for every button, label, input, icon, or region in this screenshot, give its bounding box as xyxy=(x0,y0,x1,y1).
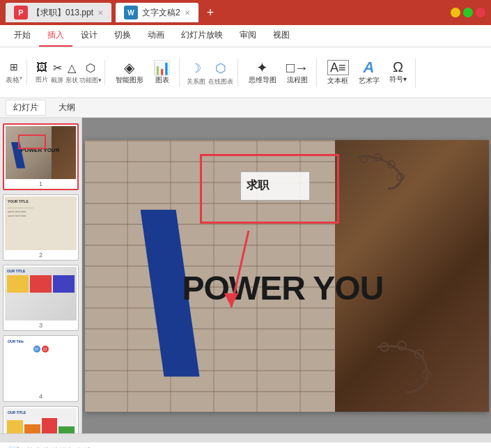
slide-num-4: 4 xyxy=(5,393,77,400)
view-row: 幻灯片 大纲 xyxy=(0,98,491,118)
chart-label: 图表 xyxy=(155,75,169,85)
textbox-icon: A≡ xyxy=(327,60,349,75)
tab-ppt-label: 【求职】013.ppt xyxy=(32,7,93,19)
table-label: 表格* xyxy=(6,75,22,85)
ribbon: 开始 插入 设计 切换 动画 幻灯片放映 审阅 视图 ⊞ 表格* 🖼 图 xyxy=(0,25,491,98)
flowchart-icon: □→ xyxy=(286,61,309,75)
slide-canvas: POWER YOU 求职 xyxy=(85,140,489,412)
slide-thumb-2[interactable]: YOUR TITLE ─────────────some text hereso… xyxy=(3,194,79,261)
slide-thumb-inner-1: POWER YOUR xyxy=(6,126,76,179)
chart-icon: 📊 xyxy=(153,61,171,75)
ribbon-btn-mindmap[interactable]: ✦ 思维导图 xyxy=(245,59,280,87)
chain-decoration-bottom xyxy=(364,340,433,398)
smartshape-label: 智能图形 xyxy=(116,75,143,85)
slide-thumb-inner-5: OUR TITLE xyxy=(5,408,77,434)
smartshape-icon: ◈ xyxy=(124,61,134,75)
ribbon-btn-table-icon[interactable]: ⊞ xyxy=(8,60,20,74)
ribbon-tab-animation[interactable]: 动画 xyxy=(139,25,173,47)
ribbon-tab-start[interactable]: 开始 xyxy=(6,25,39,47)
ribbon-content: ⊞ 表格* 🖼 图片 ✂ 截屏 xyxy=(0,47,491,98)
new-tab-button[interactable]: + xyxy=(203,6,219,20)
slide-thumb-5[interactable]: OUR TITLE 5 xyxy=(3,406,79,434)
main-area: POWER YOUR 1 YOUR TITLE ─────────────som… xyxy=(0,118,491,433)
ribbon-btn-relation[interactable]: ☽ xyxy=(188,59,203,77)
tab-doc[interactable]: W 文字文稿2 ✕ xyxy=(116,3,198,22)
slide-num-2: 2 xyxy=(5,252,77,258)
ribbon-btn-shape[interactable]: △ xyxy=(65,60,78,76)
title-bar: P 【求职】013.ppt ✕ W 文字文稿2 ✕ + xyxy=(0,0,491,25)
relation-label: 关系图 xyxy=(187,77,205,86)
onlinechart-label: 在线图表 xyxy=(208,77,233,86)
ribbon-btn-screenshot[interactable]: ✂ xyxy=(51,60,64,76)
ribbon-btn-onlinechart[interactable]: ⬡ xyxy=(213,59,228,77)
ribbon-tab-view[interactable]: 视图 xyxy=(265,25,298,47)
ribbon-btn-flowchart[interactable]: □→ 流程图 xyxy=(283,59,312,87)
slide-thumb-inner-2: YOUR TITLE ─────────────some text hereso… xyxy=(5,196,77,250)
horizontal-scrollbar[interactable] xyxy=(0,433,491,442)
chain-decoration-top xyxy=(350,150,405,194)
title-bar-tabs: P 【求职】013.ppt ✕ W 文字文稿2 ✕ + xyxy=(6,3,445,22)
funcmap-label: 功能图▾ xyxy=(79,76,102,85)
ribbon-tab-transition[interactable]: 切换 xyxy=(106,25,139,47)
slide-thumb-inner-3: OUR TITLE xyxy=(5,267,77,320)
maximize-button[interactable] xyxy=(463,8,473,17)
mindmap-icon: ✦ xyxy=(256,61,268,75)
ribbon-tabs: 开始 插入 设计 切换 动画 幻灯片放映 审阅 视图 xyxy=(0,25,491,47)
slide-thumb-1[interactable]: POWER YOUR 1 xyxy=(3,123,79,190)
mindmap-label: 思维导图 xyxy=(249,75,276,85)
ribbon-btn-wordart[interactable]: A 艺术字 xyxy=(355,58,383,88)
slide-thumb-inner-4: OUR Title 90 23 xyxy=(5,337,77,391)
tab-ppt-close[interactable]: ✕ xyxy=(98,9,103,17)
ribbon-btn-textbox[interactable]: A≡ 文本框 xyxy=(324,58,352,88)
flowchart-label: 流程图 xyxy=(287,75,308,85)
tab-doc-close[interactable]: ✕ xyxy=(185,9,190,17)
svg-marker-9 xyxy=(224,293,238,307)
window-controls xyxy=(451,8,485,17)
tab-ppt[interactable]: P 【求职】013.ppt ✕ xyxy=(6,3,111,22)
slide-thumb-4[interactable]: OUR Title 90 23 4 xyxy=(3,335,79,401)
slide-num-3: 3 xyxy=(5,322,77,329)
wps-ppt-logo: P xyxy=(14,6,28,20)
text-box-content: 求职 xyxy=(247,178,269,193)
ribbon-btn-image[interactable]: 🖼 xyxy=(34,60,49,75)
slide-num-1: 1 xyxy=(6,180,76,187)
ribbon-btn-smartshape[interactable]: ◈ 智能图形 xyxy=(112,59,147,87)
view-outline[interactable]: 大纲 xyxy=(52,100,82,115)
textbox-label: 文本框 xyxy=(327,76,348,86)
wordart-icon: A xyxy=(364,60,375,75)
text-box[interactable]: 求职 xyxy=(240,171,310,201)
wps-doc-logo: W xyxy=(124,6,138,20)
slide-panel[interactable]: POWER YOUR 1 YOUR TITLE ─────────────som… xyxy=(0,118,82,433)
ribbon-btn-symbol[interactable]: Ω 符号▾ xyxy=(386,58,411,88)
ribbon-btn-funcmap[interactable]: ⬡ xyxy=(84,60,98,76)
view-slides[interactable]: 幻灯片 xyxy=(6,100,46,116)
shape-label: 形状 xyxy=(65,76,78,85)
slide-thumb-3[interactable]: OUR TITLE 3 xyxy=(3,265,79,331)
tab-doc-label: 文字文稿2 xyxy=(142,7,180,19)
symbol-label: 符号▾ xyxy=(389,75,407,84)
red-selection-box: 求职 xyxy=(200,154,339,224)
ribbon-btn-chart[interactable]: 📊 图表 xyxy=(150,59,175,87)
ribbon-tab-design[interactable]: 设计 xyxy=(72,25,106,47)
notes-bar: 📝 单击此处添加备注 xyxy=(0,442,491,448)
screenshot-label: 截屏 xyxy=(51,76,63,85)
table-icon: ⊞ xyxy=(10,61,18,72)
symbol-icon: Ω xyxy=(393,60,403,74)
close-button[interactable] xyxy=(476,8,485,17)
ribbon-tab-slideshow[interactable]: 幻灯片放映 xyxy=(173,25,231,47)
red-arrow xyxy=(224,231,308,323)
canvas-area: POWER YOU 求职 xyxy=(82,118,491,433)
ribbon-tab-insert[interactable]: 插入 xyxy=(39,25,72,47)
ribbon-tab-review[interactable]: 审阅 xyxy=(231,25,265,47)
minimize-button[interactable] xyxy=(451,8,460,17)
image-label: 图片 xyxy=(36,75,48,84)
wordart-label: 艺术字 xyxy=(359,76,380,86)
